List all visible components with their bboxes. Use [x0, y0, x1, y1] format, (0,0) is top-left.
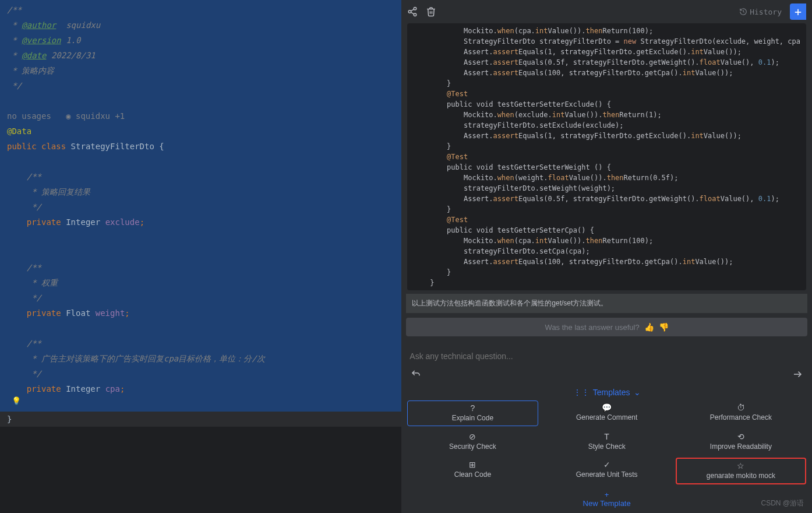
- version-tag: @version: [22, 36, 61, 45]
- feedback-bar: Was the last answer useful? 👍 👎: [406, 318, 807, 336]
- template-generate-unit-tests[interactable]: ✓Generate Unit Tests: [542, 458, 672, 484]
- template-label: genarate mokito mock: [707, 472, 775, 480]
- lightbulb-icon[interactable]: 💡: [12, 396, 21, 405]
- ai-panel: History + Mockito.when(cpa.intValue()).t…: [401, 0, 812, 513]
- share-icon[interactable]: [407, 6, 418, 17]
- template-performance-check[interactable]: ⏱Performance Check: [676, 400, 806, 426]
- generated-code-block[interactable]: Mockito.when(cpa.intValue()).thenReturn(…: [407, 23, 806, 290]
- kw-public: public: [7, 142, 37, 151]
- svg-point-1: [409, 10, 412, 13]
- template-label: Generate Comment: [576, 413, 637, 421]
- template-label: Style Check: [588, 442, 626, 451]
- template-label: Explain Code: [452, 414, 493, 422]
- template-label: Improve Readability: [710, 442, 772, 451]
- template-label: Performance Check: [710, 413, 772, 421]
- doc-desc: 策略内容: [22, 66, 54, 75]
- template-label: Clean Code: [454, 470, 491, 479]
- date-val: 2022/8/31: [51, 51, 96, 60]
- svg-point-2: [414, 13, 417, 16]
- usages-hint[interactable]: no usages: [7, 111, 51, 121]
- template-icon: ✓: [603, 460, 610, 469]
- template-clean-code[interactable]: ⊞Clean Code: [407, 458, 538, 484]
- svg-line-4: [411, 12, 414, 14]
- field-exclude: exclude: [105, 217, 140, 227]
- templates-header[interactable]: ⋮⋮ Templates ⌄: [401, 383, 812, 400]
- useful-label: Was the last answer useful?: [545, 323, 640, 332]
- author-tag: @author: [22, 20, 56, 30]
- field-cpa: cpa: [105, 384, 120, 393]
- template-icon: ?: [471, 403, 475, 413]
- plus-icon: +: [605, 490, 609, 499]
- trash-icon[interactable]: [426, 6, 436, 17]
- template-improve-readability[interactable]: ⟲Improve Readability: [676, 430, 806, 454]
- kw-class: class: [41, 142, 66, 151]
- template-icon: ☆: [737, 461, 744, 470]
- template-style-check[interactable]: TStyle Check: [542, 430, 672, 454]
- version-val: 1.0: [66, 36, 80, 45]
- send-icon[interactable]: [792, 369, 803, 380]
- template-icon: ⏱: [737, 403, 745, 412]
- template-explain-code[interactable]: ?Explain Code: [407, 400, 538, 426]
- template-icon: T: [604, 432, 609, 441]
- templates-icon: ⋮⋮: [573, 388, 589, 397]
- template-icon: ⊘: [469, 432, 476, 441]
- annotation-data: @Data: [7, 127, 31, 136]
- templates-grid: ?Explain Code💬Generate Comment⏱Performan…: [401, 400, 812, 488]
- template-label: Security Check: [449, 442, 496, 451]
- doc-start: /**: [7, 5, 22, 15]
- template-icon: ⟲: [737, 432, 744, 441]
- new-chat-button[interactable]: +: [790, 3, 806, 20]
- watermark: CSDN @游语: [761, 498, 804, 508]
- template-generate-comment[interactable]: 💬Generate Comment: [542, 400, 672, 426]
- code-editor[interactable]: /** * @author squidxu * @version 1.0 * @…: [0, 0, 401, 513]
- answer-description: 以上测试方法包括构造函数测试和各个属性的get/set方法测试。: [406, 294, 807, 313]
- svg-line-3: [411, 9, 414, 11]
- date-tag: @date: [22, 51, 46, 60]
- template-icon: 💬: [602, 403, 612, 412]
- svg-point-0: [414, 8, 417, 10]
- doc-weight: 权重: [41, 278, 58, 287]
- template-security-check[interactable]: ⊘Security Check: [407, 430, 538, 454]
- chevron-down-icon: ⌄: [634, 388, 641, 397]
- template-genarate-mokito-mock[interactable]: ☆genarate mokito mock: [676, 458, 806, 484]
- template-label: Generate Unit Tests: [576, 470, 638, 479]
- class-name: StrategyFilterDto: [71, 142, 154, 151]
- question-input[interactable]: [406, 347, 807, 366]
- brace-close: }: [7, 414, 12, 424]
- doc-exclude: 策略回复结果: [41, 187, 90, 196]
- template-icon: ⊞: [469, 460, 476, 469]
- blame-info[interactable]: squidxu +1: [76, 111, 125, 121]
- new-template-button[interactable]: + New Template: [401, 488, 812, 510]
- author-val: squidxu: [66, 20, 100, 30]
- undo-icon[interactable]: [411, 369, 421, 380]
- doc-end: */: [7, 81, 22, 90]
- thumbs-up-icon[interactable]: 👍: [644, 322, 654, 332]
- history-button[interactable]: History: [739, 8, 782, 16]
- field-weight: weight: [96, 308, 125, 318]
- ai-toolbar: History +: [401, 0, 812, 23]
- thumbs-down-icon[interactable]: 👎: [659, 322, 669, 332]
- question-input-area: [406, 347, 807, 383]
- doc-cpa: 广告主对该策略下的广告实时回复cpa目标价格，单位：分/次: [41, 354, 265, 363]
